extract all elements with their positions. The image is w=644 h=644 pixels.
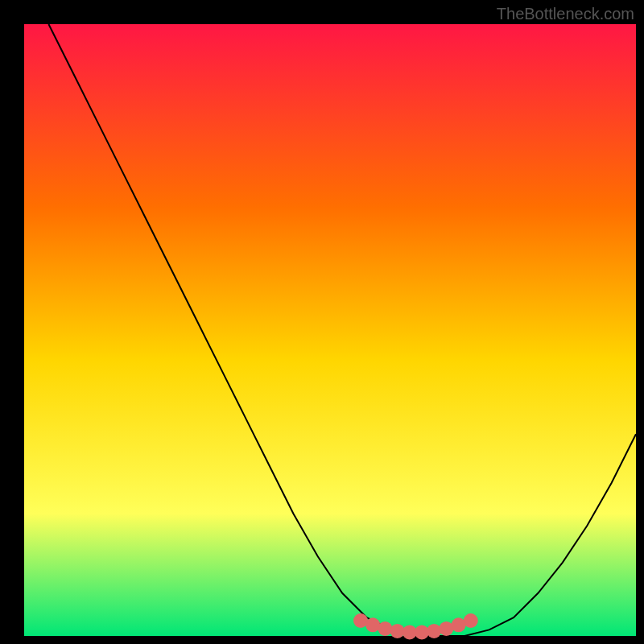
chart-svg <box>0 0 644 644</box>
highlight-dot <box>378 621 392 636</box>
highlight-dot <box>427 624 441 638</box>
highlight-dot <box>439 621 453 636</box>
highlight-dot <box>464 613 478 628</box>
plot-background <box>24 24 636 636</box>
watermark-text: TheBottleneck.com <box>497 5 634 23</box>
chart-container: TheBottleneck.com <box>0 0 644 644</box>
highlight-dot <box>365 617 380 632</box>
highlight-dot <box>415 625 429 639</box>
highlight-dot <box>390 624 405 638</box>
